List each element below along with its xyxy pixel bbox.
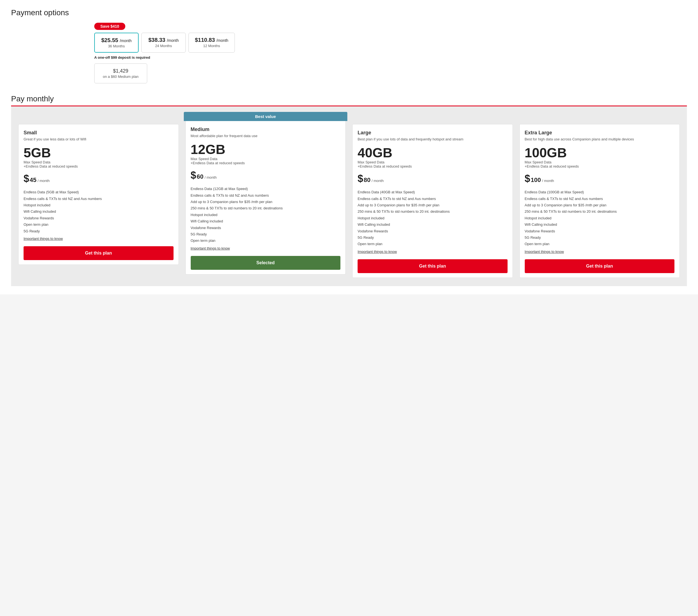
plan-features-small: Endless Data (5GB at Max Speed) Endless … [24,189,173,234]
plan-data-medium: 12GB [191,142,225,157]
extra-large-col: Extra Large Best for high data use acros… [518,112,682,278]
best-value-banner: Best value [184,112,348,121]
plan-data-label-extra-large: Max Speed Data +Endless Data at reduced … [525,160,675,168]
important-link-medium[interactable]: Important things to know [191,246,341,250]
plan-features-extra-large: Endless Data (100GB at Max Speed) Endles… [525,189,675,247]
plan-card-small: Small Great if you use less data or lots… [18,124,179,265]
plan-name-small: Small [24,130,173,136]
plan-12-price: $110.83 /month [195,37,228,43]
important-link-large[interactable]: Important things to know [358,249,507,254]
plan-name-extra-large: Extra Large [525,130,675,136]
total-box: $1,429 on a $60 Medium plan [94,63,147,83]
payment-options-section: Payment options Save $410 $25.55 /month … [11,8,687,83]
plan-desc-large: Best plan if you use lots of data and fr… [358,137,507,142]
payment-plan-36[interactable]: $25.55 /month 36 Months [94,33,139,53]
plan-features-medium: Endless Data (12GB at Max Speed) Endless… [191,186,341,244]
payment-options-content: Save $410 $25.55 /month 36 Months $38.33… [94,23,687,83]
selected-button-medium[interactable]: Selected [191,256,341,270]
plan-12-period: 12 Months [195,44,228,48]
large-col: Large Best plan if you use lots of data … [351,112,515,278]
plan-name-large: Large [358,130,507,136]
important-link-small[interactable]: Important things to know [24,237,173,241]
plans-grid: Small Great if you use less data or lots… [17,112,681,278]
plan-data-extra-large: 100GB [525,145,567,160]
get-plan-button-large[interactable]: Get this plan [358,259,507,273]
plan-24-price: $38.33 /month [148,37,179,43]
deposit-note: A one-off $99 deposit is required [94,55,150,59]
plan-features-large: Endless Data (40GB at Max Speed) Endless… [358,189,507,247]
total-label: on a $60 Medium plan [103,74,139,78]
get-plan-button-small[interactable]: Get this plan [24,246,173,260]
plan-data-small: 5GB [24,145,51,160]
plan-price-extra-large: $ 100 / month [525,173,675,185]
important-link-extra-large[interactable]: Important things to know [525,249,675,254]
plan-card-medium: Medium Most affordable plan for frequent… [185,121,346,274]
plan-card-large: Large Best plan if you use lots of data … [352,124,513,278]
plan-desc-medium: Most affordable plan for frequent data u… [191,133,341,139]
plan-desc-extra-large: Best for high data use across Companion … [525,137,675,142]
small-col: Small Great if you use less data or lots… [17,112,180,265]
plan-36-period: 36 Months [101,44,132,48]
plan-card-extra-large: Extra Large Best for high data use acros… [519,124,680,278]
plan-price-small: $ 45 / month [24,173,173,185]
medium-col: Best value Medium Most affordable plan f… [184,112,348,274]
plan-price-medium: $ 60 / month [191,170,341,181]
total-amount: $1,429 [103,68,139,74]
plan-desc-small: Great if you use less data or lots of Wi… [24,137,173,142]
page-wrapper: Payment options Save $410 $25.55 /month … [0,0,698,295]
payment-plan-12[interactable]: $110.83 /month 12 Months [189,33,235,53]
plans-container: Small Great if you use less data or lots… [11,106,687,286]
plan-data-label-large: Max Speed Data +Endless Data at reduced … [358,160,507,168]
payment-options-title: Payment options [11,8,687,17]
get-plan-button-extra-large[interactable]: Get this plan [525,259,675,273]
pay-monthly-section: Pay monthly Small Great if you use less … [11,95,687,286]
payment-plans-row: $25.55 /month 36 Months $38.33 /month 24… [94,33,235,53]
pay-monthly-title: Pay monthly [11,95,687,106]
plan-data-large: 40GB [358,145,392,160]
payment-plan-24[interactable]: $38.33 /month 24 Months [141,33,186,53]
plan-data-label-medium: Max Speed Data +Endless Data at reduced … [191,157,341,165]
plan-name-medium: Medium [191,127,341,132]
save-badge: Save $410 [94,23,125,30]
plan-price-large: $ 80 / month [358,173,507,185]
plan-24-period: 24 Months [148,44,179,48]
plan-data-label-small: Max Speed Data +Endless Data at reduced … [24,160,173,168]
plan-36-price: $25.55 /month [101,37,132,43]
